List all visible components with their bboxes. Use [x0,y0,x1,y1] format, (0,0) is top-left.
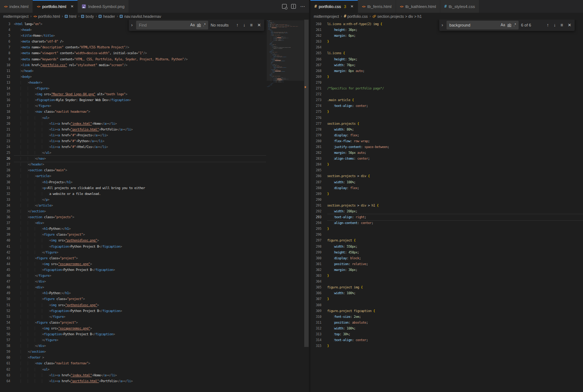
code-line-262[interactable]: margin: 0px; [327,33,583,39]
regex-icon[interactable]: .* [512,23,517,27]
breadcrumb-item[interactable]: header [99,14,115,19]
code-line-15[interactable]: <img src="Master Skod Logo-04.png" alt="… [14,91,309,97]
code-line-44[interactable]: <img src="escaperoomsc.png"> [14,261,309,267]
code-line-57[interactable]: </figure> [14,337,309,343]
code-line-272[interactable] [327,91,583,97]
code-line-35[interactable]: </section> [14,208,309,214]
code-line-266[interactable]: height: 50px; [327,56,583,62]
breadcrumb-item[interactable]: #portfolio.css [344,14,368,19]
code-line-304[interactable] [327,279,583,284]
code-area-right[interactable]: li.icons a:nth-of-type(2) img { height: … [327,21,583,349]
code-line-45[interactable]: <figcaption>Python Project B</figcaption… [14,267,309,273]
code-line-267[interactable]: width: 70px; [327,62,583,68]
breadcrumb-item[interactable]: body [81,14,94,19]
code-line-16[interactable]: <figcaption>Kyle Snyder: Beginner Web De… [14,97,309,103]
code-line-297[interactable]: figure.project { [327,237,583,243]
code-line-296[interactable] [327,232,583,237]
tab-tb-ferris-html[interactable]: <>tb_ferris.html [358,0,396,13]
code-line-50[interactable]: <figure class="project"> [14,296,309,302]
code-line-63[interactable]: <li><a href="index.html">Home</a></li> [14,372,309,378]
code-line-38[interactable]: <h1>Python:</h1> [14,226,309,232]
tab-index-html[interactable]: <>index.html [0,0,33,13]
code-line-289[interactable]: } [327,191,583,197]
code-line-10[interactable]: <link href="portfolio.css" rel="styleshe… [14,62,309,68]
code-line-264[interactable] [327,44,583,50]
code-line-299[interactable]: height: 450px; [327,249,583,255]
code-line-281[interactable]: justify-content: space-between; [327,144,583,150]
code-line-12[interactable]: <body> [14,74,309,80]
code-line-276[interactable] [327,115,583,121]
whole-word-icon[interactable]: ab [196,23,202,27]
code-line-284[interactable]: } [327,161,583,167]
code-line-314[interactable]: text-align: center; [327,337,583,343]
code-line-54[interactable]: <figure class="project"> [14,320,309,325]
code-line-37[interactable]: <div> [14,220,309,226]
toggle-replace-icon[interactable]: › [441,22,444,28]
next-match-icon[interactable]: ↓ [242,23,246,28]
code-line-23[interactable]: <li><a href="#">Python</a></li> [14,138,309,144]
code-line-22[interactable]: <li><a href="#">Projects</a></li> [14,132,309,138]
code-line-273[interactable]: .main article { [327,97,583,103]
code-line-279[interactable]: display: flex; [327,132,583,138]
breadcrumb-item[interactable]: midtermproject [314,14,339,19]
code-line-27[interactable]: </header> [14,161,309,167]
code-line-283[interactable]: align-items: center; [327,156,583,161]
whole-word-icon[interactable]: ab [506,23,512,27]
code-line-58[interactable]: </div> [14,343,309,349]
breadcrumb-item[interactable]: html [65,14,76,19]
code-line-290[interactable] [327,197,583,203]
previous-match-icon[interactable]: ↑ [546,23,550,28]
code-line-53[interactable]: </figure> [14,314,309,320]
code-line-43[interactable]: <figure class="project"> [14,255,309,261]
code-line-275[interactable]: } [327,109,583,115]
code-line-6[interactable]: <meta charset="utf-8" /> [14,39,309,44]
code-line-313[interactable]: top: 30%; [327,331,583,337]
code-line-49[interactable]: <h1>Python:</h1> [14,290,309,296]
code-line-60[interactable]: <footer > [14,355,309,360]
code-line-311[interactable]: position: absolute; [327,320,583,325]
previous-match-icon[interactable]: ↑ [235,23,239,28]
find-input[interactable]: Find Aa ab .* [136,21,208,29]
code-line-41[interactable]: <figcaption>Python Project B</figcaption… [14,244,309,249]
code-line-33[interactable]: </p> [14,197,309,203]
close-icon[interactable]: ✕ [567,23,572,28]
code-line-286[interactable]: section.projects > div { [327,173,583,179]
code-line-270[interactable] [327,80,583,85]
code-line-291[interactable]: section.projects > div > h1 { [327,203,583,208]
code-line-268[interactable]: margin: 0px auto; [327,68,583,74]
code-line-280[interactable]: flex-flow: row wrap; [327,138,583,144]
vertical-scrollbar-left[interactable] [304,20,309,392]
code-line-20[interactable]: <li><a href="index.html">Home</a></li> [14,121,309,127]
code-line-277[interactable]: section.projects { [327,121,583,127]
code-line-315[interactable]: } [327,343,583,349]
code-line-30[interactable]: <h1>Projects</h1> [14,179,309,185]
match-case-icon[interactable]: Aa [189,23,196,27]
tab-tb-kathleen-html[interactable]: <>tb_kathleen.html [396,0,440,13]
code-line-305[interactable]: figure.project img { [327,284,583,290]
code-line-307[interactable]: } [327,296,583,302]
code-line-39[interactable]: <figure class="project"> [14,232,309,237]
minimap-slider[interactable] [267,20,304,81]
regex-icon[interactable]: .* [202,23,207,27]
code-line-271[interactable]: /*Specifics for portfolio page*/ [327,85,583,91]
code-line-36[interactable]: <section class="projects"> [14,214,309,220]
code-line-306[interactable]: width: 100%; [327,290,583,296]
code-line-7[interactable]: <meta name="description" content="HTML/C… [14,44,309,50]
more-actions-icon[interactable]: ⋯ [300,5,305,8]
code-line-59[interactable]: </section> [14,349,309,355]
code-line-25[interactable]: </ul> [14,150,309,156]
code-line-32[interactable]: a website or a file download. [14,191,309,197]
code-area-left[interactable]: <html lang="en"> <head> <title>Home</tit… [14,21,309,384]
code-line-269[interactable]: } [327,74,583,80]
code-line-24[interactable]: <li><a href="#">Html/Css</a></li> [14,144,309,150]
code-line-294[interactable]: align-content: center; [327,220,583,226]
code-line-56[interactable]: <figcaption>Python Project B</figcaption… [14,331,309,337]
code-line-47[interactable]: </div> [14,279,309,284]
scrollbar-thumb[interactable] [304,20,309,347]
open-preview-icon[interactable] [282,4,287,9]
next-match-icon[interactable]: ↓ [552,23,557,28]
close-tab-icon[interactable]: ✕ [71,4,74,8]
tab-tb-styles4-css[interactable]: #tb_styles4.css [440,0,479,13]
code-line-285[interactable] [327,167,583,173]
find-in-selection-icon[interactable]: ≡ [249,23,254,28]
